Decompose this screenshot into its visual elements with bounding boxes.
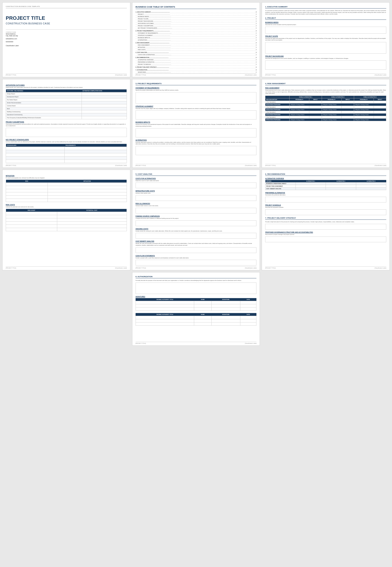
impacts-box	[136, 128, 257, 137]
row1-alt2	[326, 182, 356, 185]
list-item: Operational Commissioning	[6, 113, 127, 116]
list-item: Development Report	[6, 95, 127, 98]
table-row: [ Risk Description ]	[266, 111, 386, 113]
project-background-desc: Describe the background to the current s…	[265, 58, 386, 59]
impacts-desc: Indicate the business and operational im…	[136, 124, 257, 127]
footer-right-3: [Classification Label]	[375, 74, 386, 76]
toc-item: 6. PROJECT DELIVERY STRATEGY............…	[136, 66, 257, 68]
toc-item: 5. RECOMMENDATION.......................…	[136, 57, 257, 59]
footer-right-10: [Classification Label]	[245, 343, 256, 344]
row2-label: PROJECT RISK ASSESSMENT	[266, 185, 295, 187]
table-row: [ Risk Description ]	[266, 106, 386, 109]
exec-desc: An executive summary presents a brief an…	[265, 10, 386, 15]
costs-alt-desc: Detail the costs for each viable alterna…	[136, 180, 257, 182]
mit-label: MITIGATION	[6, 175, 127, 177]
req-label: STATEMENT OF REQUIREMENTS	[136, 87, 257, 89]
page-requirements: 3. PROJECT REQUIREMENTS STATEMENT OF REQ…	[132, 79, 260, 168]
page-mitigation: MITIGATION For each unacceptable risk, i…	[2, 170, 130, 270]
page-risk: 4. RISK MANAGEMENT RISK ASSESSMENT Detai…	[262, 79, 390, 168]
toc-item: 4. COST ANALYSIS........................…	[136, 52, 257, 54]
project-schedule-desc: Describe the proposed schedule.	[265, 207, 386, 209]
risk-assessment-label: RISK ASSESSMENT	[265, 87, 386, 89]
auth-desc: Formally describe the purpose of the doc…	[136, 280, 257, 282]
assumptions-box	[6, 128, 127, 137]
toc-item: PROJECT.................................…	[136, 14, 257, 15]
page-footer-6: [PROJECT TITLE] [Classification Label]	[265, 164, 386, 166]
list-item: Design Report	[6, 92, 127, 95]
project-schedule-label: PROJECT SCHEDULE	[265, 204, 386, 206]
outcomes-col1: OUTCOME / DELIVERABLE	[6, 89, 82, 92]
date: 00/00/0000	[6, 41, 127, 43]
list-item: Work	[6, 107, 127, 110]
risk-section-title: 4. RISK MANAGEMENT	[265, 83, 386, 85]
costs-alt-box	[136, 183, 257, 188]
page-footer-10: [PROJECT TITLE] [Classification Label]	[136, 342, 257, 344]
project-background-box	[265, 60, 386, 70]
company-value: Street Address	[6, 33, 127, 35]
alt-box	[136, 146, 257, 155]
assumptions-desc: Summarize all assumptions and preconditi…	[6, 123, 127, 127]
toc-item: RISK COSTS..............................…	[136, 49, 257, 51]
toc-item: PROJECT SCHEDULE........................…	[136, 64, 257, 66]
sig2-col3: SIGNATURE	[211, 313, 240, 316]
stk-col2: REQUIREMENTS	[65, 144, 126, 147]
cash-flow-desc: Include a project with a cash flow state…	[136, 257, 257, 259]
footer-left: [PROJECT TITLE]	[6, 74, 16, 76]
cost-section-title: 5. COST ANALYSIS	[136, 173, 257, 176]
list-item: Building Commissioning	[6, 110, 127, 113]
list-item: Post Occupancy Evaluation/Building Perfo…	[6, 116, 127, 119]
rec-section-title: 6. RECOMMENDATION	[265, 173, 386, 176]
footer-left-9: [PROJECT TITLE]	[265, 267, 276, 269]
toc-item: RISK ASSESSMENT.........................…	[136, 44, 257, 46]
footer-left-4: [PROJECT TITLE]	[6, 165, 16, 166]
toc-item: PROJECT SCOPE...........................…	[136, 18, 257, 20]
viable2-header: VIABLE ALTERNATIVE 2	[322, 96, 354, 98]
rc-col2: POTENTIAL COST	[57, 209, 126, 212]
row3-alt2	[326, 187, 356, 190]
outcomes-col2: ESTIMATED COMPLETION DATE	[82, 89, 126, 92]
toc-item: 7. AUTHORIZATION........................…	[136, 69, 257, 71]
row2-alt2	[326, 185, 356, 187]
toc-item: BUSINESS IMPACTS........................…	[136, 37, 257, 39]
toc-item: 1. EXECUTIVE SUMMARY....................…	[136, 11, 257, 13]
outcomes-desc: Detail specific and measurable outcomes …	[6, 87, 127, 88]
footer-left-6: [PROJECT TITLE]	[265, 165, 276, 166]
toc-item: PROJECT BACKGROUND......................…	[136, 20, 257, 22]
req-box	[136, 92, 257, 104]
page-footer-2: [PROJECT TITLE] [Classification Label]	[136, 73, 257, 76]
address2: City, State and Zip	[6, 35, 127, 37]
row2-alt3	[356, 185, 386, 187]
page-exec-summary: 1. EXECUTIVE SUMMARY An executive summar…	[262, 2, 390, 77]
alt1-header: ALTERNATIVE 1	[295, 180, 326, 183]
table-row: MITIGATION STRATEGIES[ Mitigation Strate…	[266, 119, 386, 121]
ongoing-label: ONGOING COSTS	[136, 228, 257, 230]
alt-desc: Describe alternative options to solving …	[136, 142, 257, 145]
mit-col2: MITIGATION	[48, 180, 126, 183]
req-section-title: 3. PROJECT REQUIREMENTS	[136, 83, 257, 85]
alt-label: ALTERNATIVES	[136, 139, 257, 141]
toc-item: PREFERRED ALTERNATIVE...................…	[136, 61, 257, 63]
sig-col1: SIGNING AUTHORITY TITLE	[136, 298, 194, 301]
project-section: 2. PROJECT	[265, 17, 386, 20]
footer-right-5: [Classification Label]	[245, 165, 256, 166]
list-item: Contract Award	[6, 104, 127, 107]
impacts-label: BUSINESS IMPACTS	[136, 121, 257, 123]
strategic-label: STRATEGIC ALIGNMENT	[136, 105, 257, 107]
row3-alt1	[295, 187, 326, 190]
sig-col3: SIGNATURE	[211, 298, 240, 301]
footer-left-3: [PROJECT TITLE]	[265, 74, 276, 76]
page-cover: CONSTRUCTION BUSINESS CASE TEMPLATE PROJ…	[2, 2, 130, 77]
risk-desc-header: RISK DESCRIPTION	[266, 98, 290, 101]
v3-prob: PROBABILITY	[354, 98, 374, 101]
row1-alt3	[356, 182, 386, 185]
cost-benefit-desc: Identify all costs and benefits connecte…	[136, 243, 257, 246]
req-desc: Specify the project deliverables and det…	[136, 89, 257, 91]
preferred-desc: Summarize the preferred alternative.	[265, 194, 386, 196]
footer-right-9: [Classification Label]	[375, 267, 386, 269]
auth-box	[136, 283, 257, 294]
v1-prob: PROBABILITY	[290, 98, 309, 101]
toc-items: 1. EXECUTIVE SUMMARY....................…	[136, 11, 257, 73]
sig-label: SIGNATURES	[136, 296, 257, 298]
page-cost-analysis: 5. COST ANALYSIS COSTS FOR ALTERNATIVES …	[132, 170, 260, 270]
toc-item: MITIGATION..............................…	[136, 47, 257, 48]
